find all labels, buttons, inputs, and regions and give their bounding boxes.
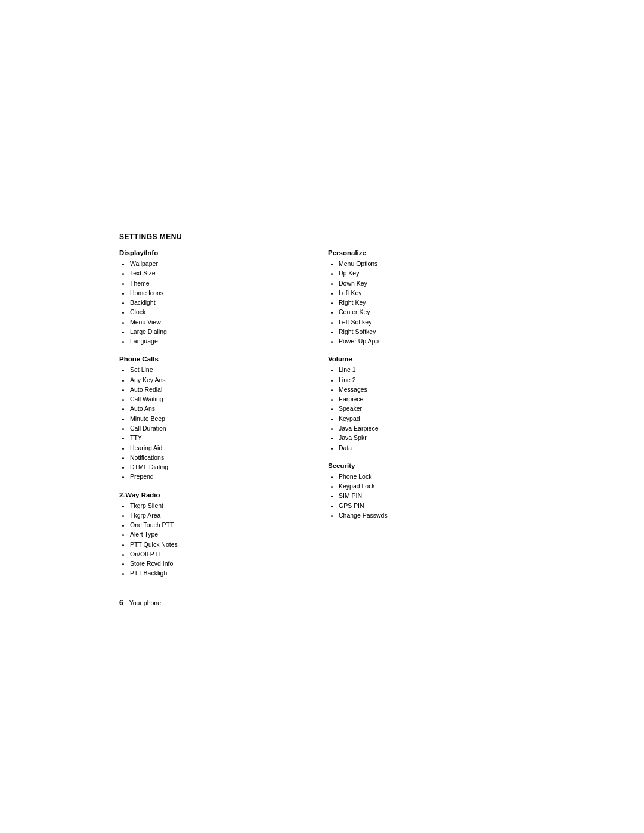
list-item: Menu Options <box>339 259 525 268</box>
list-item: PTT Quick Notes <box>130 540 310 549</box>
list-item: Clock <box>130 307 310 317</box>
list-item: Change Passwds <box>339 510 525 520</box>
list-item: Language <box>130 336 310 346</box>
columns-container: Display/InfoWallpaperText SizeThemeHome … <box>119 249 525 588</box>
list-item: Keypad <box>339 414 525 423</box>
list-item: Data <box>339 443 525 453</box>
page-label: Your phone <box>129 599 161 606</box>
list-item: DTMF Dialing <box>130 462 310 472</box>
section-list-phone-calls: Set LineAny Key AnsAuto RedialCall Waiti… <box>119 365 310 481</box>
column-left: Display/InfoWallpaperText SizeThemeHome … <box>119 249 322 588</box>
list-item: Menu View <box>130 317 310 327</box>
list-item: Java Earpiece <box>339 423 525 433</box>
section-title-two-way-radio: 2-Way Radio <box>119 491 310 498</box>
list-item: Prepend <box>130 472 310 481</box>
section-security: SecurityPhone LockKeypad LockSIM PINGPS … <box>328 462 525 520</box>
list-item: Minute Beep <box>130 414 310 423</box>
list-item: Messages <box>339 385 525 394</box>
list-item: Home Icons <box>130 288 310 298</box>
section-title-security: Security <box>328 462 525 469</box>
list-item: Tkgrp Area <box>130 510 310 520</box>
list-item: Line 1 <box>339 365 525 374</box>
list-item: Left Softkey <box>339 317 525 327</box>
list-item: Any Key Ans <box>130 375 310 385</box>
section-title-phone-calls: Phone Calls <box>119 355 310 363</box>
list-item: Alert Type <box>130 529 310 539</box>
list-item: Large Dialing <box>130 327 310 336</box>
list-item: TTY <box>130 433 310 442</box>
list-item: Theme <box>130 278 310 288</box>
section-list-security: Phone LockKeypad LockSIM PINGPS PINChang… <box>328 472 525 520</box>
list-item: SIM PIN <box>339 491 525 500</box>
list-item: Power Up App <box>339 336 525 346</box>
list-item: Phone Lock <box>339 472 525 481</box>
list-item: Earpiece <box>339 394 525 404</box>
list-item: PTT Backlight <box>130 568 310 578</box>
list-item: Down Key <box>339 278 525 288</box>
list-item: Wallpaper <box>130 259 310 268</box>
list-item: Call Duration <box>130 423 310 433</box>
column-right: PersonalizeMenu OptionsUp KeyDown KeyLef… <box>322 249 525 588</box>
list-item: Tkgrp Silent <box>130 501 310 510</box>
list-item: On/Off PTT <box>130 549 310 559</box>
list-item: Java Spkr <box>339 433 525 442</box>
list-item: GPS PIN <box>339 501 525 510</box>
list-item: Keypad Lock <box>339 481 525 491</box>
list-item: Auto Redial <box>130 385 310 394</box>
section-personalize: PersonalizeMenu OptionsUp KeyDown KeyLef… <box>328 249 525 346</box>
list-item: Set Line <box>130 365 310 374</box>
settings-menu-title: SETTINGS MENU <box>119 233 525 241</box>
list-item: Call Waiting <box>130 394 310 404</box>
section-volume: VolumeLine 1Line 2MessagesEarpieceSpeake… <box>328 355 525 452</box>
list-item: Auto Ans <box>130 404 310 413</box>
list-item: Backlight <box>130 298 310 307</box>
section-list-volume: Line 1Line 2MessagesEarpieceSpeakerKeypa… <box>328 365 525 452</box>
list-item: Left Key <box>339 288 525 298</box>
page-content: SETTINGS MENU Display/InfoWallpaperText … <box>119 233 525 607</box>
section-display-info: Display/InfoWallpaperText SizeThemeHome … <box>119 249 310 346</box>
list-item: Up Key <box>339 268 525 278</box>
page-number-row: 6 Your phone <box>119 599 525 607</box>
list-item: Center Key <box>339 307 525 317</box>
list-item: Text Size <box>130 268 310 278</box>
list-item: Store Rcvd Info <box>130 559 310 568</box>
section-title-display-info: Display/Info <box>119 249 310 256</box>
list-item: Right Softkey <box>339 327 525 336</box>
list-item: One Touch PTT <box>130 520 310 529</box>
list-item: Right Key <box>339 298 525 307</box>
list-item: Speaker <box>339 404 525 413</box>
section-title-volume: Volume <box>328 355 525 363</box>
section-list-two-way-radio: Tkgrp SilentTkgrp AreaOne Touch PTTAlert… <box>119 501 310 578</box>
page-number: 6 <box>119 599 123 607</box>
section-phone-calls: Phone CallsSet LineAny Key AnsAuto Redia… <box>119 355 310 481</box>
list-item: Hearing Aid <box>130 443 310 453</box>
section-list-personalize: Menu OptionsUp KeyDown KeyLeft KeyRight … <box>328 259 525 346</box>
list-item: Line 2 <box>339 375 525 385</box>
section-title-personalize: Personalize <box>328 249 525 256</box>
section-list-display-info: WallpaperText SizeThemeHome IconsBacklig… <box>119 259 310 346</box>
list-item: Notifications <box>130 453 310 462</box>
section-two-way-radio: 2-Way RadioTkgrp SilentTkgrp AreaOne Tou… <box>119 491 310 578</box>
